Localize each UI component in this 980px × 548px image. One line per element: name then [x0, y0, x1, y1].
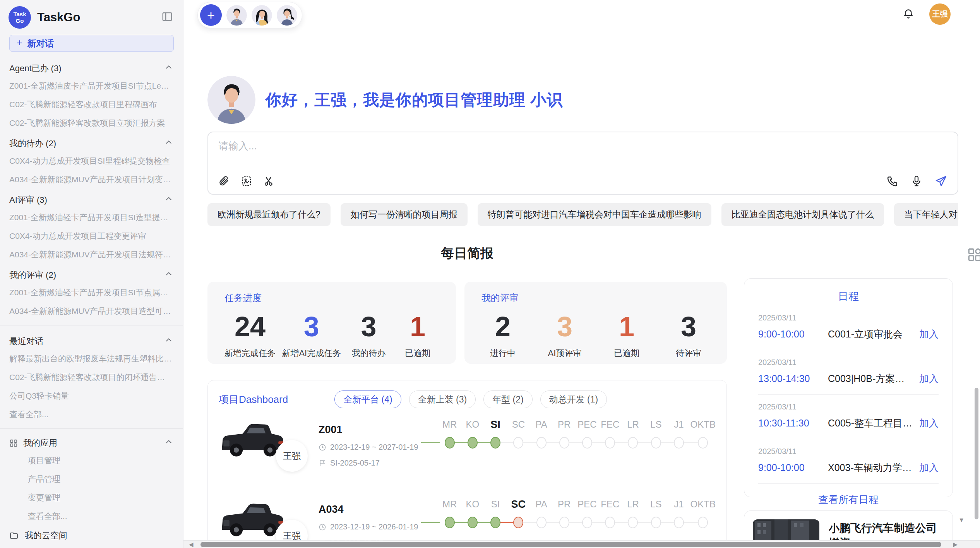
avatar-member-1[interactable] [226, 5, 247, 26]
news-card[interactable]: 小鹏飞行汽车制造公司增资 天眼查 App 显示，近日广州汇天飞行汽 [744, 510, 953, 540]
sidebar-item[interactable]: 查看全部... [0, 405, 183, 424]
scroll-right-arrow[interactable]: ▶ [953, 541, 958, 547]
suggestion-chip[interactable]: 如何写一份清晰的项目周报 [341, 203, 468, 226]
scroll-left-arrow[interactable]: ◀ [189, 541, 194, 547]
sidebar-item[interactable]: 查看全部... [0, 507, 183, 526]
stat-value: 1 [396, 311, 439, 342]
image-icon[interactable] [241, 175, 252, 187]
sidebar-item-favorites[interactable]: 我的收藏 [0, 546, 183, 548]
join-link[interactable]: 加入 [919, 417, 939, 430]
scissors-icon[interactable] [263, 175, 275, 187]
sidebar-item[interactable]: Z001-全新燃油皮卡产品开发项目SI节点Lesson Learn报告 [0, 77, 183, 95]
chevron-up-icon[interactable] [164, 336, 173, 347]
attachment-icon[interactable] [218, 175, 230, 187]
sidebar-item[interactable]: A034-全新新能源MUV产品开发项目造型可行性评审 [0, 302, 183, 320]
schedule-items: 2025/03/11 9:00-10:00 C001-立项审批会 加入 2025… [758, 306, 939, 484]
sidebar-item[interactable]: 公司Q3轻卡销量 [0, 387, 183, 405]
sidebar-item[interactable]: 产品管理 [0, 470, 183, 488]
suggestion-chip[interactable]: 比亚迪全固态电池计划具体说了什么 [721, 203, 884, 226]
dashboard-filter-chip[interactable]: 年型 (2) [483, 390, 533, 408]
chevron-up-icon[interactable] [164, 138, 173, 149]
sidebar-item[interactable]: A034-全新新能源MUV产品开发项目法规符合性评审 [0, 245, 183, 264]
sidebar-item[interactable]: Z001-全新燃油轻卡产品开发项目SI节点属性5D文件评审 [0, 283, 183, 302]
sidebar-item[interactable]: C0X4-动力总成开发项目工程变更评审 [0, 227, 183, 245]
chevron-up-icon[interactable] [164, 63, 173, 74]
stat-card-title: 任务进度 [224, 292, 439, 304]
join-link[interactable]: 加入 [919, 461, 939, 474]
horizontal-scrollbar[interactable]: ◀ ▶ [183, 540, 980, 548]
sidebar-item[interactable]: 项目管理 [0, 451, 183, 470]
briefing-apps-icon[interactable] [966, 246, 980, 265]
scroll-down-arrow[interactable]: ▼ [958, 517, 965, 523]
sidebar-collapse-icon[interactable] [161, 11, 173, 24]
dashboard-filter-chip[interactable]: 动总开发 (1) [540, 390, 607, 408]
dashboard-filter-chip[interactable]: 全新平台 (4) [334, 390, 401, 408]
phone-icon[interactable] [886, 175, 899, 187]
horizontal-scrollbar-thumb[interactable] [200, 542, 941, 547]
schedule-time: 9:00-10:00 [758, 329, 828, 340]
sidebar-section-header[interactable]: 最近对话 [0, 330, 183, 349]
vertical-scrollbar-thumb[interactable] [975, 388, 978, 519]
greeting-row: 你好，王强，我是你的项目管理助理 小识 [207, 76, 980, 124]
chevron-up-icon[interactable] [164, 270, 173, 281]
join-link[interactable]: 加入 [919, 328, 939, 341]
schedule-date: 2025/03/11 [758, 402, 939, 411]
schedule-item: 2025/03/11 9:00-10:00 C001-立项审批会 加入 [758, 306, 939, 350]
sidebar-item[interactable]: 变更管理 [0, 488, 183, 507]
milestone: FEC [599, 497, 622, 540]
sidebar-item[interactable]: C0X4-动力总成开发项目SI里程碑提交物检查 [0, 152, 183, 170]
sidebar-item[interactable]: C02-飞腾新能源轻客改款项目里程碑画布 [0, 95, 183, 114]
milestone-timeline: MR KO SI SC PA PR PEC FEC LR LS J1 OKTB [421, 493, 716, 540]
chevron-up-icon[interactable] [164, 438, 173, 449]
avatar-member-2[interactable] [252, 5, 272, 26]
schedule-row: 9:00-10:00 C001-立项审批会 加入 [758, 328, 939, 341]
join-link[interactable]: 加入 [919, 372, 939, 385]
suggestion-chip[interactable]: 当下年轻人对汽车外观有怎样的喜好趋势 [894, 203, 958, 226]
stat: 3 新增AI完成任务 [282, 311, 341, 359]
project-row[interactable]: 王强 A034 2023-12-19 ~ 2026-01-19 SC-2025-… [219, 493, 716, 540]
avatar-member-3[interactable] [277, 5, 297, 26]
sidebar-section-header[interactable]: 我的待办 (2) [0, 132, 183, 152]
milestone-label: PA [535, 497, 547, 511]
chat-input[interactable] [218, 140, 947, 152]
milestone-dot [698, 437, 708, 449]
sidebar-item[interactable]: C02-飞腾新能源轻客改款项目的闭环通告反馈情况 [0, 368, 183, 387]
chevron-up-icon[interactable] [164, 195, 173, 206]
new-chat-button[interactable]: + 新对话 [9, 35, 174, 52]
sidebar-section-header[interactable]: 我的评审 (2) [0, 264, 183, 283]
milestone-dot [605, 437, 615, 449]
sidebar-section: 最近对话 解释最新出台的欧盟报废车法规再生塑料比例被调至15%...C02-飞腾… [0, 330, 183, 424]
notification-bell-icon[interactable] [902, 8, 915, 20]
milestone-label: PA [535, 418, 547, 432]
send-icon[interactable] [934, 175, 947, 188]
add-member-button[interactable]: + [200, 4, 222, 26]
briefing-stat-card: 我的评审 2 进行中 3 AI预评审 1 已逾期 3 待评审 [464, 282, 727, 364]
sidebar-item[interactable]: Z001-全新燃油轻卡产品开发项目SI造型提交物评审 [0, 208, 183, 227]
sidebar-item[interactable]: 解释最新出台的欧盟报废车法规再生塑料比例被调至15%... [0, 349, 183, 368]
sidebar-section-header[interactable]: Agent已办 (3) [0, 57, 183, 77]
news-image [753, 519, 819, 540]
sidebar-item[interactable]: A034-全新新能源MUV产品开发项目计划变更表编写 [0, 170, 183, 189]
user-avatar[interactable]: 王强 [929, 3, 951, 25]
suggestion-chip[interactable]: 欧洲新规最近颁布了什么? [207, 203, 331, 226]
microphone-icon[interactable] [910, 175, 923, 187]
stat-label: 我的待办 [348, 348, 390, 359]
dashboard-filter-chip[interactable]: 全新上装 (3) [409, 390, 476, 408]
suggestion-chip[interactable]: 特朗普可能对进口汽车增税会对中国车企造成哪些影响 [478, 203, 711, 226]
schedule-card: 日程 2025/03/11 9:00-10:00 C001-立项审批会 加入 2… [744, 278, 953, 497]
logo-line2: Go [16, 17, 24, 24]
schedule-time: 9:00-10:00 [758, 462, 828, 473]
schedule-name: C003|H0B-方案冻结评审 [828, 372, 913, 385]
sidebar-section: Agent已办 (3) Z001-全新燃油皮卡产品开发项目SI节点Lesson … [0, 57, 183, 132]
news-body: 小鹏飞行汽车制造公司增资 天眼查 App 显示，近日广州汇天飞行汽 [829, 519, 944, 540]
briefing-cards: 任务进度 24 新增完成任务 3 新增AI完成任务 3 我的待办 1 已逾期 我… [207, 282, 727, 364]
schedule-name: X003-车辆动力学性能验... [828, 461, 913, 474]
project-row[interactable]: 王强 Z001 2023-12-19 ~ 2027-01-19 SI-2025-… [219, 414, 716, 488]
sidebar-item-my-apps[interactable]: 我的应用 [0, 433, 183, 451]
flag-icon [319, 459, 326, 467]
sidebar-item[interactable]: C02-飞腾新能源轻客改款项目立项汇报方案 [0, 114, 183, 132]
sidebar-item-cloud-space[interactable]: 我的云空间 [0, 526, 183, 546]
topbar: + 王强 [207, 0, 980, 28]
milestone: J1 [667, 497, 690, 540]
sidebar-section-header[interactable]: AI评审 (3) [0, 189, 183, 208]
